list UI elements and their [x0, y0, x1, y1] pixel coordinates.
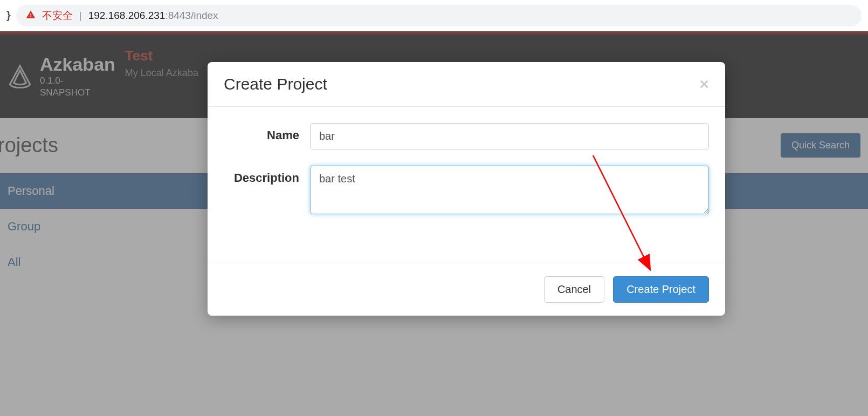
url-text: 192.168.206.231:8443/index: [88, 10, 218, 22]
modal-body: Name Description bar test: [208, 107, 725, 263]
page-script-icon: }: [6, 9, 11, 22]
insecure-label: 不安全: [42, 9, 73, 23]
warning-triangle-icon: [26, 10, 36, 22]
url-host: 192.168.206.231: [88, 10, 166, 21]
create-project-button[interactable]: Create Project: [613, 276, 709, 303]
url-field[interactable]: 不安全 | 192.168.206.231:8443/index: [16, 5, 862, 26]
create-project-modal: Create Project × Name Description bar te…: [208, 62, 725, 316]
modal-title: Create Project: [224, 75, 327, 93]
cancel-button[interactable]: Cancel: [544, 276, 604, 303]
browser-address-bar: } 不安全 | 192.168.206.231:8443/index: [0, 0, 868, 31]
description-label: Description: [224, 166, 310, 185]
name-input[interactable]: [310, 123, 709, 149]
form-row-description: Description bar test: [224, 166, 709, 214]
url-separator: |: [79, 10, 82, 22]
url-port-path: :8443/index: [165, 10, 218, 21]
modal-footer: Cancel Create Project: [208, 263, 725, 316]
name-label: Name: [224, 123, 310, 142]
close-icon[interactable]: ×: [699, 76, 709, 92]
form-row-name: Name: [224, 123, 709, 149]
description-input[interactable]: bar test: [310, 166, 709, 214]
modal-header: Create Project ×: [208, 62, 725, 107]
